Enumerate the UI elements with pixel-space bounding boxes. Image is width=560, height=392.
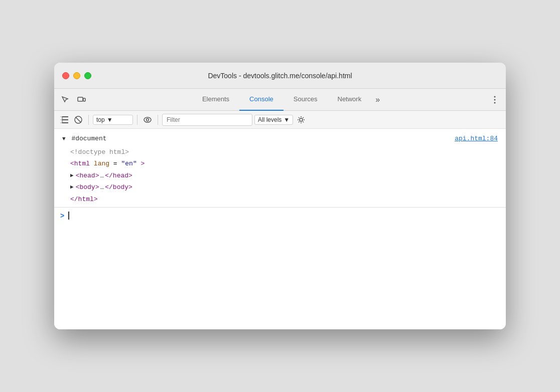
inspect-icon[interactable]: [58, 93, 72, 107]
doctype-line: <!doctype html>: [70, 146, 498, 158]
console-input-row: >: [54, 207, 506, 224]
log-level-chevron-icon: ▼: [284, 116, 290, 123]
clear-console-icon[interactable]: [72, 114, 84, 126]
svg-rect-1: [83, 98, 85, 101]
document-label[interactable]: ▼ #document: [62, 135, 107, 142]
eye-icon[interactable]: [142, 114, 154, 126]
toolbar-divider-3: [158, 115, 158, 125]
tab-elements[interactable]: Elements: [192, 89, 239, 111]
toolbar-right: [488, 93, 502, 107]
body-tag-line[interactable]: ▶ <body> … </body>: [70, 181, 498, 193]
svg-point-3: [494, 99, 496, 100]
svg-point-4: [494, 102, 496, 103]
toolbar-divider-2: [137, 115, 137, 125]
body-toggle-icon[interactable]: ▶: [70, 182, 74, 192]
svg-point-2: [494, 96, 496, 97]
svg-rect-0: [78, 97, 83, 101]
doctype-text: <!doctype html>: [70, 148, 129, 156]
window-title: DevTools - devtools.glitch.me/console/ap…: [208, 72, 352, 80]
close-button[interactable]: [62, 72, 69, 79]
toolbar-divider: [88, 115, 89, 125]
console-cursor: [68, 212, 69, 220]
document-entry: ▼ #document api.html:84: [54, 133, 506, 144]
maximize-button[interactable]: [84, 72, 91, 79]
toolbar-left: [58, 93, 88, 107]
tab-console[interactable]: Console: [239, 89, 284, 111]
device-toggle-icon[interactable]: [74, 93, 88, 107]
svg-rect-8: [60, 116, 62, 123]
titlebar: DevTools - devtools.glitch.me/console/ap…: [54, 63, 506, 89]
svg-point-12: [144, 117, 151, 122]
gear-icon[interactable]: [295, 114, 307, 126]
console-output: ▼ #document api.html:84 <!doctype html> …: [54, 129, 506, 329]
console-prompt-icon: >: [60, 212, 64, 220]
sidebar-toggle-icon[interactable]: [58, 114, 70, 126]
svg-point-13: [147, 118, 149, 121]
traffic-lights: [62, 72, 91, 79]
html-tag-line: <html lang = "en" >: [70, 158, 498, 169]
more-tabs-button[interactable]: »: [371, 95, 384, 104]
svg-point-14: [300, 118, 303, 121]
tab-bar: Elements Console Sources Network »: [54, 89, 506, 111]
xml-tree: <!doctype html> <html lang = "en" > ▶ <h…: [54, 144, 506, 207]
log-level-select[interactable]: All levels ▼: [254, 115, 293, 125]
file-reference[interactable]: api.html:84: [455, 135, 498, 142]
svg-line-11: [76, 117, 81, 122]
tab-sources[interactable]: Sources: [284, 89, 328, 111]
head-toggle-icon[interactable]: ▶: [70, 171, 74, 181]
tab-network[interactable]: Network: [328, 89, 372, 111]
devtools-window: DevTools - devtools.glitch.me/console/ap…: [54, 63, 506, 329]
filter-input[interactable]: [162, 114, 252, 126]
context-select[interactable]: top ▼: [93, 115, 133, 125]
html-close-line: </html>: [70, 193, 498, 205]
more-options-icon[interactable]: [488, 93, 502, 107]
head-tag-line[interactable]: ▶ <head> … </head>: [70, 170, 498, 181]
console-toolbar: top ▼ All levels ▼: [54, 111, 506, 129]
chevron-down-icon: ▼: [107, 116, 113, 123]
minimize-button[interactable]: [73, 72, 80, 79]
tabs: Elements Console Sources Network »: [88, 89, 488, 111]
